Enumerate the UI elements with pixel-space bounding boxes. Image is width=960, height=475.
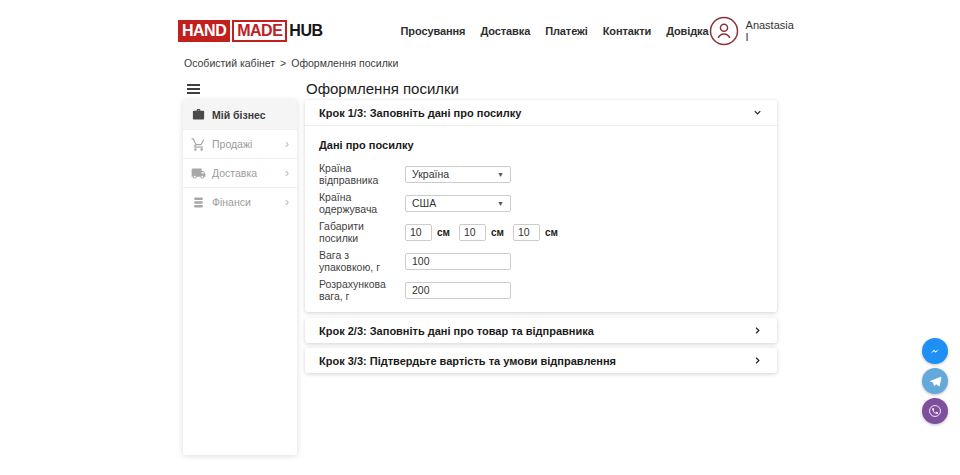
dimensions-row: Габарити посилки см см см xyxy=(319,220,763,244)
nav-item-promotion[interactable]: Просування xyxy=(401,25,466,37)
estimated-weight-input[interactable] xyxy=(405,282,511,299)
nav-item-payments[interactable]: Платежі xyxy=(545,25,588,37)
breadcrumb-separator: > xyxy=(280,57,286,69)
packed-weight-row: Вага з упаковкою, г xyxy=(319,249,763,273)
recipient-country-select[interactable]: США ▼ xyxy=(405,195,511,212)
form-heading: Дані про посилку xyxy=(319,139,763,151)
breadcrumb-home[interactable]: Особистий кабінет xyxy=(184,57,275,69)
cart-icon xyxy=(191,137,206,152)
main-nav: Просування Доставка Платежі Контакти Дов… xyxy=(401,25,709,37)
messenger-icon xyxy=(927,343,943,359)
logo-hub: HUB xyxy=(289,22,322,40)
sidebar-item-sales[interactable]: Продажі › xyxy=(183,129,297,158)
dimension-unit: см xyxy=(545,227,558,238)
logo[interactable]: HAND MADE HUB xyxy=(178,20,323,42)
nav-item-delivery[interactable]: Доставка xyxy=(480,25,530,37)
select-arrow-icon: ▼ xyxy=(497,171,504,178)
estimated-weight-row: Розрахункова вага, г xyxy=(319,278,763,302)
step-3-header[interactable]: Крок 3/3: Підтвердьте вартість та умови … xyxy=(305,348,777,373)
dimension-length-input[interactable] xyxy=(405,224,432,241)
step-3-card: Крок 3/3: Підтвердьте вартість та умови … xyxy=(305,348,777,373)
messenger-button[interactable] xyxy=(922,338,948,364)
chevron-right-icon: › xyxy=(285,167,289,179)
chevron-right-icon: › xyxy=(285,138,289,150)
sidebar-item-label: Доставка xyxy=(212,167,257,179)
step-2-card: Крок 2/3: Заповніть дані про товар та ві… xyxy=(305,318,777,343)
packed-weight-label: Вага з упаковкою, г xyxy=(319,249,405,273)
chevron-right-icon xyxy=(752,325,763,336)
sidebar-item-my-business[interactable]: Мій бізнес xyxy=(183,100,297,129)
sidebar-item-label: Мій бізнес xyxy=(212,109,266,121)
sender-country-select[interactable]: Україна ▼ xyxy=(405,166,511,183)
step-2-header[interactable]: Крок 2/3: Заповніть дані про товар та ві… xyxy=(305,318,777,343)
top-header: HAND MADE HUB Просування Доставка Платеж… xyxy=(178,0,790,62)
floating-social-buttons xyxy=(922,338,948,424)
telegram-icon xyxy=(928,374,943,389)
briefcase-icon xyxy=(191,107,206,122)
sender-country-label: Країна відправника xyxy=(319,162,405,186)
recipient-country-value: США xyxy=(412,197,436,209)
step-3-title: Крок 3/3: Підтвердьте вартість та умови … xyxy=(319,355,616,367)
dimension-unit: см xyxy=(491,227,504,238)
chevron-right-icon xyxy=(752,355,763,366)
user-menu[interactable]: Anastasia I xyxy=(709,16,794,46)
viber-phone-icon xyxy=(927,403,943,419)
chevron-right-icon: › xyxy=(285,196,289,208)
step-1-title: Крок 1/3: Заповніть дані про посилку xyxy=(319,107,521,119)
parcel-form: Дані про посилку Країна відправника Укра… xyxy=(305,126,777,312)
recipient-country-row: Країна одержувача США ▼ xyxy=(319,191,763,215)
nav-item-contacts[interactable]: Контакти xyxy=(603,25,651,37)
sidebar-item-delivery[interactable]: Доставка › xyxy=(183,158,297,187)
nav-item-help[interactable]: Довідка xyxy=(666,25,708,37)
logo-hand: HAND xyxy=(178,20,230,42)
select-arrow-icon: ▼ xyxy=(497,200,504,207)
page: HAND MADE HUB Просування Доставка Платеж… xyxy=(0,0,960,475)
truck-icon xyxy=(191,166,206,181)
sender-country-value: Україна xyxy=(412,168,449,180)
breadcrumb: Особистий кабінет > Оформлення посилки xyxy=(184,57,398,69)
logo-made: MADE xyxy=(232,20,287,42)
sender-country-row: Країна відправника Україна ▼ xyxy=(319,162,763,186)
page-title: Оформлення посилки xyxy=(306,80,459,97)
sidebar-item-label: Продажі xyxy=(212,138,252,150)
estimated-weight-label: Розрахункова вага, г xyxy=(319,278,405,302)
sidebar: Мій бізнес Продажі › Доставка › Фінанси … xyxy=(183,100,297,455)
chevron-down-icon xyxy=(752,107,763,118)
step-2-title: Крок 2/3: Заповніть дані про товар та ві… xyxy=(319,325,594,337)
dimension-width-input[interactable] xyxy=(459,224,486,241)
step-1-card: Крок 1/3: Заповніть дані про посилку Дан… xyxy=(305,100,777,312)
step-1-header[interactable]: Крок 1/3: Заповніть дані про посилку xyxy=(305,100,777,126)
dimensions-label: Габарити посилки xyxy=(319,220,405,244)
telegram-button[interactable] xyxy=(922,368,948,394)
viber-button[interactable] xyxy=(922,398,948,424)
user-avatar-icon xyxy=(709,16,739,46)
dimension-unit: см xyxy=(437,227,450,238)
menu-toggle-icon[interactable] xyxy=(187,84,200,96)
sidebar-item-finance[interactable]: Фінанси › xyxy=(183,187,297,216)
coins-icon xyxy=(191,195,206,210)
user-name: Anastasia I xyxy=(746,19,794,43)
sidebar-item-label: Фінанси xyxy=(212,196,251,208)
breadcrumb-current: Оформлення посилки xyxy=(291,57,398,69)
recipient-country-label: Країна одержувача xyxy=(319,191,405,215)
packed-weight-input[interactable] xyxy=(405,253,511,270)
dimension-height-input[interactable] xyxy=(513,224,540,241)
